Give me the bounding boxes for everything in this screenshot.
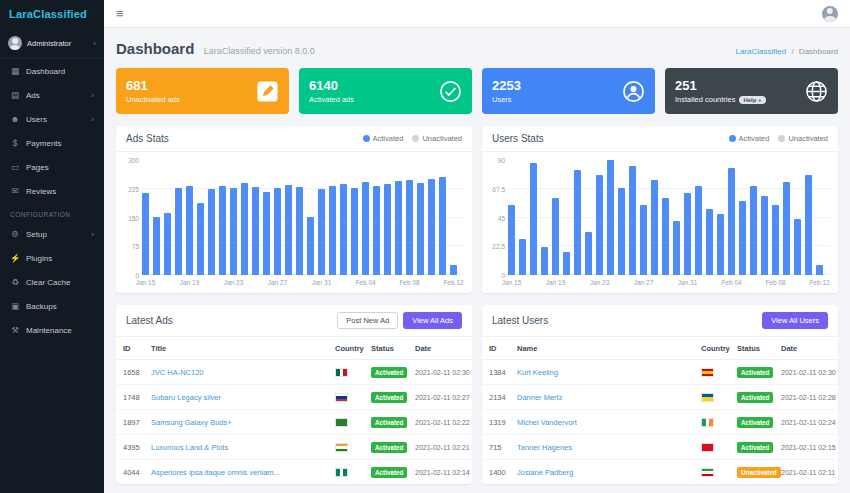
sidebar-item-dashboard[interactable]: ▦Dashboard [0,59,104,83]
row-link[interactable]: Danner Mertz [517,393,562,402]
row-link[interactable]: Asperiores ipsa itaque omnis veniam... [151,468,280,477]
row-link[interactable]: Luxurious Land & Plots [151,443,228,452]
bar [783,182,790,275]
country-flag-icon [701,368,714,377]
x-tick-label: Feb 08 [765,279,785,286]
sidebar-user[interactable]: Administrator › [0,28,104,59]
legend-item[interactable]: Activated [729,134,770,143]
stat-value: 681 [126,78,180,93]
legend-label: Activated [739,134,770,143]
bar [519,239,526,275]
bar [618,188,625,275]
sidebar-item-setup[interactable]: ⚙Setup› [0,222,104,246]
chart-legend: Activated Unactivated [363,134,462,143]
bar [296,187,303,275]
cell-status: Activated [730,435,774,460]
row-link[interactable]: Josiane Padberg [517,468,573,477]
bar [585,232,592,275]
row-link[interactable]: Samsung Galaxy Buds+ [151,418,232,427]
sidebar-item-label: Payments [26,139,62,148]
bar [197,203,204,275]
row-link[interactable]: Michel Vandervort [517,418,577,427]
chart-x-axis: Jan 15Jan 19Jan 23Jan 27Jan 31Feb 04Feb … [508,275,830,291]
cell-title: Subaru Legacy silver [144,385,328,410]
sidebar-item-label: Reviews [26,187,56,196]
brand-logo[interactable]: LaraClassified [0,0,104,28]
bar [285,185,292,275]
page-title: Dashboard [116,40,194,57]
view-all-users-button[interactable]: View All Users [762,312,828,329]
tables-row: Latest Ads Post New Ad View All Ads IDTi… [116,305,838,484]
cell-date: 2021-02-11 02:30 [408,360,472,385]
breadcrumb-link[interactable]: LaraClassified [735,47,786,56]
bar [153,217,160,275]
topbar-right: ≡ [104,0,850,28]
table-row: 1384Kurt KeelingActivated2021-02-11 02:3… [482,360,838,385]
bar [805,175,812,275]
page-title-group: Dashboard LaraClassified version 8.0.0 [116,40,315,58]
column-header-status: Status [730,337,774,360]
maintenance-icon: ⚒ [10,325,20,335]
cell-country [328,460,364,485]
cell-title: Kurt Keeling [510,360,694,385]
stat-label-row: Unactivated ads [126,95,180,104]
column-header-date: Date [774,337,838,360]
sidebar-item-maintenance[interactable]: ⚒Maintenance [0,318,104,342]
sidebar-toggle-icon[interactable]: ≡ [116,6,124,21]
bar [563,252,570,275]
latest-ads-title: Latest Ads [126,315,173,326]
country-flag-icon [701,393,714,402]
row-link[interactable]: Kurt Keeling [517,368,558,377]
chart-y-axis: 075150225300 [122,160,142,275]
stat-label: Users [492,95,512,104]
legend-dot-icon [412,135,419,142]
pages-icon: ▭ [10,162,20,172]
sidebar-item-payments[interactable]: $Payments [0,131,104,155]
x-tick-label: Jan 15 [136,279,156,286]
sidebar-item-reviews[interactable]: ✉Reviews [0,179,104,203]
cell-status: Activated [364,410,408,435]
post-new-ad-button[interactable]: Post New Ad [337,312,398,329]
breadcrumb-current: Dashboard [799,47,838,56]
sidebar-item-plugins[interactable]: ⚡Plugins [0,246,104,270]
cell-id: 1658 [116,360,144,385]
country-flag-icon [335,418,348,427]
sidebar-item-users[interactable]: ☻Users› [0,107,104,131]
sidebar-item-ads[interactable]: ▤Ads› [0,83,104,107]
column-header-country: Country [694,337,730,360]
x-tick-label: Feb 12 [809,279,829,286]
bar [230,188,237,275]
bar [175,188,182,275]
admin-avatar-icon [8,36,22,50]
latest-users-card: Latest Users View All Users IDNameCountr… [482,305,838,484]
cell-status: Activated [364,360,408,385]
cell-status: Activated [730,385,774,410]
row-link[interactable]: Tanner Hagenes [517,443,572,452]
sidebar-item-clear-cache[interactable]: ♻Clear Cache [0,270,104,294]
chart-plot [142,160,464,275]
chart-plot [508,160,830,275]
view-all-ads-button[interactable]: View All Ads [403,312,462,329]
country-flag-icon [335,393,348,402]
cell-status: Activated [730,360,774,385]
sidebar-item-pages[interactable]: ▭Pages [0,155,104,179]
stat-value: 2253 [492,78,521,93]
legend-item[interactable]: Unactivated [412,134,462,143]
legend-item[interactable]: Unactivated [778,134,828,143]
bar [629,166,636,275]
sidebar-item-label: Maintenance [26,326,72,335]
row-link[interactable]: Subaru Legacy silver [151,393,221,402]
card-header: Users Stats Activated Unactivated [482,126,838,152]
chart-title: Ads Stats [126,133,169,144]
cell-id: 1384 [482,360,510,385]
user-avatar[interactable] [822,6,838,22]
help-badge[interactable]: Help + [739,96,765,104]
sidebar-section-label: CONFIGURATION [0,203,104,222]
row-link[interactable]: JVC HA-NC120 [151,368,204,377]
bar [607,160,614,275]
reviews-icon: ✉ [10,186,20,196]
sidebar-item-backups[interactable]: ▣Backups [0,294,104,318]
bar-series [508,160,830,275]
legend-item[interactable]: Activated [363,134,404,143]
bar [684,193,691,275]
